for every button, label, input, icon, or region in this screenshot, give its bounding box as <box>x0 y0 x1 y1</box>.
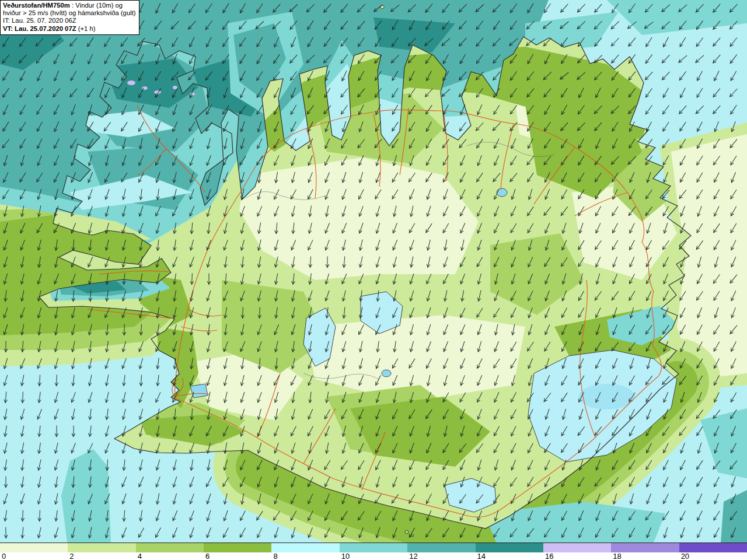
legend-tick-label: 18 <box>613 552 621 560</box>
weather-map-screenshot: Veðurstofan/HM750m : Vindur (10m) og hvi… <box>0 0 747 560</box>
model-line: Veðurstofan/HM750m : Vindur (10m) og <box>3 2 137 9</box>
legend-tick-label: 0 <box>2 552 6 560</box>
legend-band <box>271 543 339 553</box>
legend-tick-label: 2 <box>69 552 74 560</box>
init-time-line: IT: Lau. 25. 07. 2020 06Z <box>3 17 137 24</box>
legend-band <box>0 543 68 553</box>
legend-tick-label: 6 <box>205 552 210 560</box>
legend-tick-label: 10 <box>341 552 350 560</box>
legend-band <box>204 543 271 553</box>
legend-tick-label: 16 <box>545 552 553 560</box>
iceland-wind-map <box>0 0 747 542</box>
model-name: Veðurstofan/HM750m <box>3 2 70 9</box>
legend-colorbar <box>0 542 747 553</box>
valid-time-line: VT: Lau. 25.07.2020 07Z (+1 h) <box>3 25 137 33</box>
thorisvatn-lake <box>382 370 391 377</box>
myvatn-lake <box>497 188 507 197</box>
legend-band <box>136 543 204 553</box>
legend-tick-label: 20 <box>681 552 689 560</box>
legend-tick-label: 12 <box>409 552 417 560</box>
legend-tick-label: 14 <box>477 552 486 560</box>
legend-tick-label: 4 <box>138 552 142 560</box>
wind-speed-legend: 02468101214161820 <box>0 542 747 560</box>
vestmannaeyjar-island <box>405 530 409 534</box>
forecast-title-box: Veðurstofan/HM750m : Vindur (10m) og hvi… <box>0 0 139 35</box>
legend-band <box>68 543 135 553</box>
legend-tick-label: 8 <box>273 552 277 560</box>
gust-description-line: hviður > 25 m/s (hvítt) og hámarkshviða … <box>3 9 137 17</box>
legend-tick-labels: 02468101214161820 <box>0 552 747 560</box>
